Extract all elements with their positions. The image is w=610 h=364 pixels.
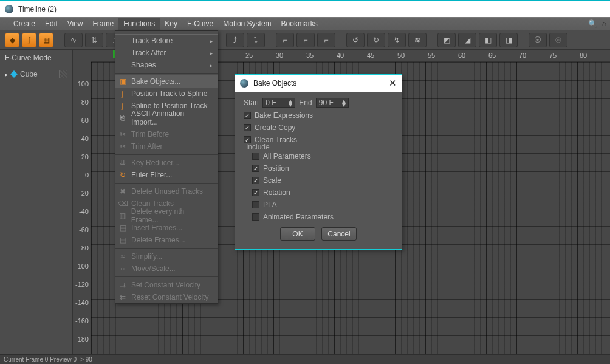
menubar: Create Edit View Frame Functions Key F-C…: [0, 17, 610, 30]
close-icon[interactable]: ✕: [389, 78, 397, 89]
trim-icon: ✂: [118, 142, 128, 151]
bake-expressions-checkbox[interactable]: ✓: [244, 112, 251, 119]
yaxis-label: 60: [73, 117, 91, 124]
menu-edit[interactable]: Edit: [40, 18, 63, 30]
ruler-tick: 75: [549, 52, 557, 59]
menu-trim-before: ✂Trim Before: [115, 128, 218, 140]
all-parameters-checkbox[interactable]: [252, 153, 259, 160]
menu-shapes[interactable]: Shapes▸: [115, 59, 218, 71]
object-enable-toggle[interactable]: [59, 70, 67, 78]
position-checkbox[interactable]: ✓: [252, 165, 259, 172]
tool-motion-icon[interactable]: ▦: [39, 33, 53, 47]
animated-parameters-label: Animated Parameters: [263, 213, 334, 221]
rotation-checkbox[interactable]: ✓: [252, 189, 259, 196]
tool-set-d-icon[interactable]: ≋: [408, 33, 427, 47]
yaxis-label: -20: [73, 190, 91, 197]
submenu-arrow-icon: ▸: [210, 50, 213, 57]
tool-rec-1-icon[interactable]: ⦿: [529, 33, 547, 47]
ok-button[interactable]: OK: [280, 227, 315, 241]
menu-bake-objects[interactable]: ▣Bake Objects...: [115, 75, 218, 88]
tool-grp-1-icon[interactable]: ◩: [437, 33, 456, 47]
menu-simplify: ≈Simplify...: [115, 250, 218, 263]
disclosure-icon[interactable]: ▸: [5, 71, 8, 78]
scale-checkbox[interactable]: ✓: [252, 177, 259, 184]
object-row-cube[interactable]: ▸ Cube: [0, 66, 72, 82]
menu-track-after[interactable]: Track After▸: [115, 47, 218, 59]
tool-curve-1-icon[interactable]: ∿: [64, 33, 83, 47]
tool-grp-4-icon[interactable]: ◨: [499, 33, 518, 47]
left-panel: F-Curve Mode ▸ Cube: [0, 50, 73, 354]
tool-set-a-icon[interactable]: ↺: [346, 33, 365, 47]
menu-position-to-spline[interactable]: ∫Position Track to Spline: [115, 88, 218, 100]
tool-key-icon[interactable]: ◆: [5, 33, 19, 47]
delete-icon: ✖: [118, 187, 128, 196]
ruler-tick: 25: [245, 52, 253, 59]
end-field[interactable]: 90 F▴▾: [316, 98, 349, 108]
yaxis-label: -40: [73, 208, 91, 215]
create-copy-checkbox[interactable]: ✓: [244, 124, 251, 131]
menu-frame[interactable]: Frame: [88, 18, 119, 30]
all-parameters-label: All Parameters: [263, 152, 311, 160]
minimize-button[interactable]: —: [582, 4, 605, 14]
home-icon[interactable]: ⌂: [602, 19, 606, 28]
start-label: Start: [244, 98, 259, 107]
tool-curve-2-icon[interactable]: ⇅: [85, 33, 103, 47]
tool-fcurve-icon[interactable]: ∫: [22, 33, 36, 47]
tool-tangent-2-icon[interactable]: ⌐: [296, 33, 315, 47]
rotation-label: Rotation: [263, 188, 290, 197]
tool-grp-3-icon[interactable]: ◧: [479, 33, 497, 47]
menu-functions[interactable]: Functions: [118, 18, 160, 30]
tool-set-c-icon[interactable]: ↯: [388, 33, 406, 47]
menu-fcurve[interactable]: F-Curve: [182, 18, 218, 30]
yaxis-label: 40: [73, 135, 91, 142]
create-copy-label: Create Copy: [255, 123, 295, 132]
dialog-title: Bake Objects: [253, 79, 296, 88]
menu-track-before[interactable]: Track Before▸: [115, 35, 218, 47]
trim-icon: ✂: [118, 130, 128, 139]
frame-icon: ▤: [118, 236, 128, 244]
tool-set-b-icon[interactable]: ↻: [367, 33, 385, 47]
tool-tangent-3-icon[interactable]: ⌐: [317, 33, 335, 47]
tool-tangent-1-icon[interactable]: ⌐: [276, 33, 294, 47]
filter-icon: ↻: [118, 171, 128, 179]
dialog-titlebar[interactable]: Bake Objects ✕: [235, 75, 402, 92]
scale-label: Scale: [263, 176, 281, 185]
search-icon[interactable]: 🔍: [588, 19, 597, 28]
clean-icon: ⌫: [118, 199, 128, 208]
tool-ease-2-icon[interactable]: ⤵: [247, 33, 265, 47]
yaxis-label: -180: [73, 335, 91, 343]
spinner-icon[interactable]: ▴▾: [342, 99, 346, 106]
pla-label: PLA: [263, 201, 277, 209]
start-field[interactable]: 0 F▴▾: [262, 98, 295, 108]
ruler-tick: 80: [580, 52, 587, 59]
yaxis-label: -160: [73, 317, 91, 325]
pla-checkbox[interactable]: [252, 201, 259, 208]
menu-bookmarks[interactable]: Bookmarks: [276, 18, 323, 30]
frame-icon: ▥: [118, 211, 128, 220]
bake-expressions-label: Bake Expressions: [255, 111, 313, 120]
menu-euler-filter[interactable]: ↻Euler Filter...: [115, 169, 218, 181]
yaxis-label: -100: [73, 263, 91, 270]
move-icon: ↔: [118, 264, 128, 273]
ruler-tick: 55: [428, 52, 435, 59]
mode-header: F-Curve Mode: [0, 50, 72, 66]
menu-ascii-import[interactable]: ⎘ASCII Animation Import...: [115, 112, 218, 124]
menu-key[interactable]: Key: [160, 18, 182, 30]
spinner-icon[interactable]: ▴▾: [289, 99, 292, 106]
menu-key-reducer: ⇊Key Reducer...: [115, 157, 218, 169]
tool-grp-2-icon[interactable]: ◪: [458, 33, 476, 47]
menu-view[interactable]: View: [63, 18, 88, 30]
submenu-arrow-icon: ▸: [210, 38, 213, 44]
toolbar: ◆ ∫ ▦ ∿ ⇅ ⎍ ⤴ ⤵ ⌐ ⌐ ⌐ ↺ ↻ ↯ ≋ ◩ ◪ ◧ ◨ ⦿ …: [0, 30, 610, 50]
status-bar: Current Frame 0 Preview 0 -> 90: [0, 354, 610, 364]
menu-create[interactable]: Create: [9, 18, 40, 30]
tool-ease-1-icon[interactable]: ⤴: [226, 33, 244, 47]
position-label: Position: [263, 164, 289, 173]
tool-rec-2-icon[interactable]: ⦾: [549, 33, 567, 47]
ruler-tick: 50: [397, 52, 405, 59]
spline-icon: ∫: [118, 89, 128, 98]
animated-parameters-checkbox[interactable]: [252, 213, 259, 221]
menu-motion-system[interactable]: Motion System: [218, 18, 276, 30]
cancel-button[interactable]: Cancel: [321, 227, 357, 241]
menubar-grip[interactable]: [4, 18, 6, 30]
